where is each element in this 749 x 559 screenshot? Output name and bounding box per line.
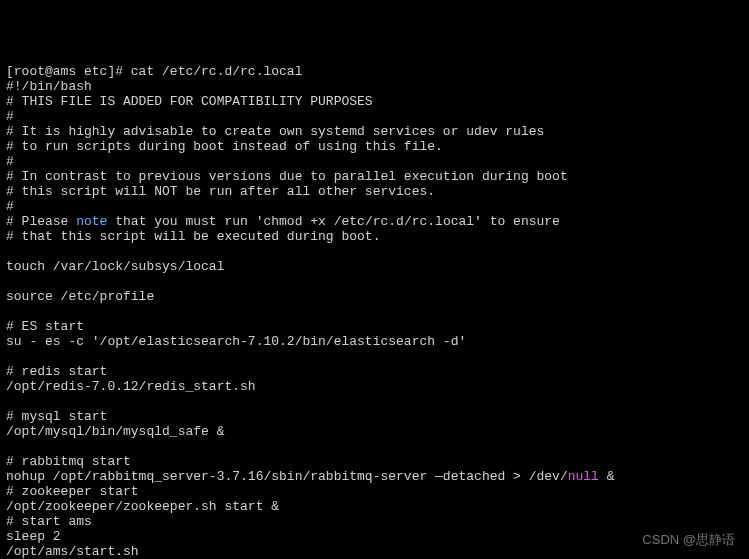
highlighted-keyword: null <box>568 469 599 484</box>
file-line: # <box>6 199 14 214</box>
highlighted-keyword: note <box>76 214 107 229</box>
file-line: # <box>6 109 14 124</box>
file-line: touch /var/lock/subsys/local <box>6 259 224 274</box>
file-line: # redis start <box>6 364 107 379</box>
file-line: # It is highly advisable to create own s… <box>6 124 544 139</box>
file-line: # rabbitmq start <box>6 454 131 469</box>
file-line: # In contrast to previous versions due t… <box>6 169 568 184</box>
file-line: #!/bin/bash <box>6 79 92 94</box>
file-line: source /etc/profile <box>6 289 154 304</box>
file-line: /opt/zookeeper/zookeeper.sh start & <box>6 499 279 514</box>
file-line: # this script will NOT be run after all … <box>6 184 435 199</box>
file-line: /opt/redis-7.0.12/redis_start.sh <box>6 379 256 394</box>
file-line: # ES start <box>6 319 84 334</box>
file-line: /opt/mysql/bin/mysqld_safe & <box>6 424 224 439</box>
file-line: # THIS FILE IS ADDED FOR COMPATIBILITY P… <box>6 94 373 109</box>
terminal-output[interactable]: [root@ams etc]# cat /etc/rc.d/rc.local #… <box>6 64 743 559</box>
file-line: nohup /opt/rabbitmq_server-3.7.16/sbin/r… <box>6 469 615 484</box>
file-line: /opt/ams/start.sh <box>6 544 139 559</box>
file-line: sleep 2 <box>6 529 61 544</box>
file-line: su - es -c '/opt/elasticsearch-7.10.2/bi… <box>6 334 466 349</box>
shell-prompt: [root@ams etc]# cat /etc/rc.d/rc.local <box>6 64 302 79</box>
file-line: # <box>6 154 14 169</box>
file-line: # Please note that you must run 'chmod +… <box>6 214 560 229</box>
file-line: # mysql start <box>6 409 107 424</box>
file-line: # start ams <box>6 514 92 529</box>
watermark-text: CSDN @思静语 <box>642 532 735 547</box>
file-line: # that this script will be executed duri… <box>6 229 380 244</box>
file-line: # to run scripts during boot instead of … <box>6 139 443 154</box>
file-line: # zookeeper start <box>6 484 139 499</box>
